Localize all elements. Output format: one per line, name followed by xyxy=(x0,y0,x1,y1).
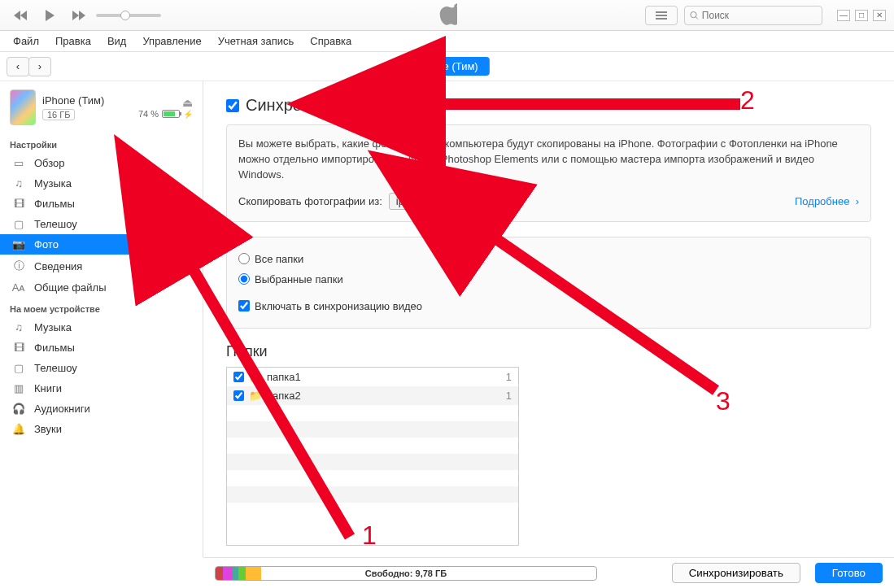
overview-icon: ▭ xyxy=(11,157,26,169)
svg-line-1 xyxy=(696,16,698,19)
folder-count: 1 xyxy=(506,371,512,383)
back-button[interactable]: ‹ xyxy=(7,57,29,76)
done-button[interactable]: Готово xyxy=(815,563,883,583)
sidebar-ondevice-header: На моем устройстве xyxy=(0,298,203,317)
sync-options-panel: Все папки Выбранные папки Включать в син… xyxy=(226,237,871,329)
sidebar-item-info[interactable]: ⓘСведения xyxy=(0,255,203,277)
sounds-icon: 🔔 xyxy=(11,423,26,435)
folder-icon: 📁 xyxy=(249,390,262,402)
sync-description: Вы можете выбрать, какие фотографии с ко… xyxy=(238,137,859,183)
sidebar-dev-sounds[interactable]: 🔔Звуки xyxy=(0,419,203,439)
device-pill[interactable]: iPhone (Тим) xyxy=(404,57,489,76)
folder-count: 1 xyxy=(506,390,512,402)
source-select[interactable]: iphone xyxy=(389,193,443,210)
device-name: iPhone (Тим) xyxy=(42,94,132,107)
apple-logo-icon xyxy=(438,3,457,28)
minimize-button[interactable]: — xyxy=(837,10,850,21)
sync-checkbox[interactable] xyxy=(226,99,239,112)
menu-file[interactable]: Файл xyxy=(7,33,46,50)
bottom-bar: Свободно: 9,78 ГБ Синхронизировать Готов… xyxy=(203,557,894,588)
close-button[interactable]: ✕ xyxy=(873,10,886,21)
sub-toolbar: ‹ › iPhone (Тим) xyxy=(0,52,894,81)
sidebar-item-photos[interactable]: 📷Фото xyxy=(0,234,203,255)
music-icon: ♫ xyxy=(11,321,26,333)
sidebar-item-overview[interactable]: ▭Обзор xyxy=(0,153,203,173)
sync-button[interactable]: Синхронизировать xyxy=(672,563,800,583)
device-capacity: 16 ГБ xyxy=(42,109,75,120)
sidebar-dev-books[interactable]: ▥Книги xyxy=(0,378,203,399)
folder-name: папка1 xyxy=(267,371,301,383)
info-icon: ⓘ xyxy=(11,259,26,273)
play-button[interactable] xyxy=(37,7,62,24)
menu-controls[interactable]: Управление xyxy=(136,33,207,50)
folder-icon: 📁 xyxy=(249,371,262,383)
menu-edit[interactable]: Правка xyxy=(49,33,98,50)
option-all-folders[interactable]: Все папки xyxy=(238,249,859,269)
more-link[interactable]: Подробнее › xyxy=(795,195,859,207)
menu-account[interactable]: Учетная запись xyxy=(212,33,301,50)
volume-slider[interactable] xyxy=(96,14,161,17)
device-thumbnail-icon xyxy=(10,89,36,125)
svg-point-0 xyxy=(691,11,696,17)
top-toolbar: — □ ✕ xyxy=(0,0,894,31)
sidebar-dev-music[interactable]: ♫Музыка xyxy=(0,317,203,338)
maximize-button[interactable]: □ xyxy=(855,10,868,21)
folder-row[interactable]: 📁 папка2 1 xyxy=(227,386,518,405)
sidebar-item-movies[interactable]: 🎞Фильмы xyxy=(0,194,203,214)
list-view-button[interactable] xyxy=(645,6,678,25)
forward-button[interactable]: › xyxy=(28,57,51,76)
menu-view[interactable]: Вид xyxy=(101,33,133,50)
music-icon: ♫ xyxy=(11,177,26,189)
folder-row[interactable]: 📁 папка1 1 xyxy=(227,368,518,386)
files-icon: Aᴀ xyxy=(11,281,26,294)
prev-track-button[interactable] xyxy=(8,7,33,24)
eject-button[interactable]: ⏏ xyxy=(138,96,193,109)
capacity-bar: Свободно: 9,78 ГБ xyxy=(215,566,597,581)
option-selected-folders[interactable]: Выбранные папки xyxy=(238,269,859,290)
movies-icon: 🎞 xyxy=(11,198,26,210)
free-space-label: Свободно: 9,78 ГБ xyxy=(365,568,447,578)
sidebar-dev-movies[interactable]: 🎞Фильмы xyxy=(0,338,203,358)
sidebar-dev-audiobooks[interactable]: 🎧Аудиокниги xyxy=(0,399,203,419)
folder-checkbox[interactable] xyxy=(233,390,244,401)
sidebar: iPhone (Тим) 16 ГБ ⏏ 74 % ⚡ Настройки ▭О… xyxy=(0,81,203,557)
search-icon xyxy=(690,11,699,20)
movies-icon: 🎞 xyxy=(11,342,26,354)
device-summary[interactable]: iPhone (Тим) 16 ГБ ⏏ 74 % ⚡ xyxy=(0,86,203,133)
folder-checkbox[interactable] xyxy=(233,372,244,382)
books-icon: ▥ xyxy=(11,382,26,394)
menu-bar: Файл Правка Вид Управление Учетная запис… xyxy=(0,31,894,52)
folders-heading: Папки xyxy=(226,343,871,360)
content-pane: Синхронизировать Вы можете выбрать, каки… xyxy=(203,81,894,557)
camera-icon: 📷 xyxy=(11,238,26,250)
search-input[interactable] xyxy=(684,6,822,25)
tv-icon: ▢ xyxy=(11,362,26,374)
audiobooks-icon: 🎧 xyxy=(11,403,26,415)
menu-help[interactable]: Справка xyxy=(303,33,358,50)
folder-list[interactable]: 📁 папка1 1 📁 папка2 1 xyxy=(226,367,519,546)
sidebar-item-music[interactable]: ♫Музыка xyxy=(0,173,203,194)
tv-icon: ▢ xyxy=(11,218,26,230)
next-track-button[interactable] xyxy=(67,7,91,24)
sidebar-dev-tvshows[interactable]: ▢Телешоу xyxy=(0,358,203,378)
sync-description-panel: Вы можете выбрать, какие фотографии с ко… xyxy=(226,124,871,222)
sync-title: Синхронизировать xyxy=(246,96,387,115)
option-include-video[interactable]: Включать в синхронизацию видео xyxy=(238,296,859,316)
sidebar-item-tvshows[interactable]: ▢Телешоу xyxy=(0,214,203,234)
battery-indicator: 74 % ⚡ xyxy=(138,109,193,119)
source-label: Скопировать фотографии из: xyxy=(238,195,382,207)
sidebar-item-shared-files[interactable]: AᴀОбщие файлы xyxy=(0,277,203,298)
folder-name: папка2 xyxy=(267,390,301,402)
photo-count: Фото: 2 xyxy=(450,195,486,207)
sidebar-settings-header: Настройки xyxy=(0,133,203,153)
